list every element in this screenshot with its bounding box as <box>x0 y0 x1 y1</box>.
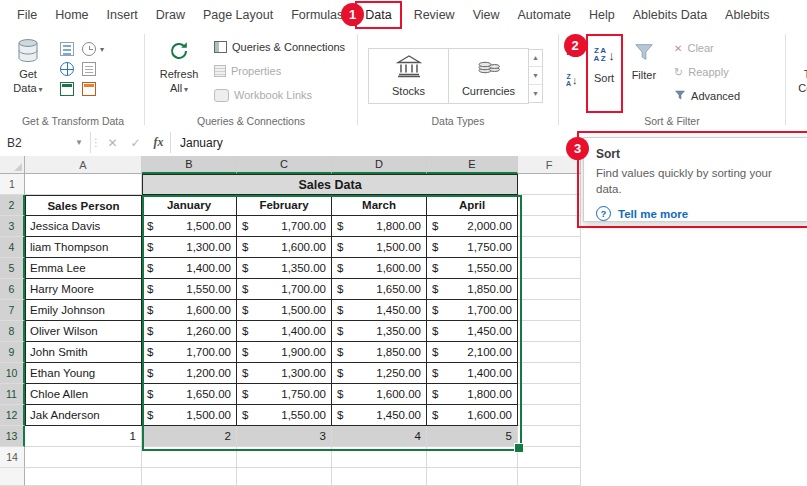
get-data-button[interactable]: Get Data▾ <box>6 33 50 98</box>
cell-F1[interactable] <box>518 174 581 195</box>
cell-A11[interactable]: Chloe Allen <box>25 384 142 405</box>
cell-F3[interactable] <box>518 216 581 237</box>
cell-E14[interactable] <box>427 447 518 468</box>
gallery-up-icon[interactable]: ▲ <box>529 50 542 67</box>
cell-F5[interactable] <box>518 258 581 279</box>
cell-E3[interactable]: $2,000.00 <box>427 216 518 237</box>
cell-B7[interactable]: $1,600.00 <box>142 300 237 321</box>
tab-ablebits-tools[interactable]: Ablebits <box>716 0 778 30</box>
cell-E8[interactable]: $1,450.00 <box>427 321 518 342</box>
cell-F8[interactable] <box>518 321 581 342</box>
row-header-7[interactable]: 7 <box>0 300 25 321</box>
tab-ablebits-data[interactable]: Ablebits Data <box>624 0 716 30</box>
insert-function-icon[interactable]: fx <box>147 129 170 156</box>
cell-C14[interactable] <box>237 447 332 468</box>
name-box[interactable]: B2 ▼ <box>0 129 90 156</box>
from-text-csv-button[interactable] <box>60 42 74 56</box>
cell-C12[interactable]: $1,550.00 <box>237 405 332 426</box>
cell-D3[interactable]: $1,800.00 <box>332 216 427 237</box>
cell-A4[interactable]: liam Thompson <box>25 237 142 258</box>
cell-B8[interactable]: $1,260.00 <box>142 321 237 342</box>
cell-D9[interactable]: $1,850.00 <box>332 342 427 363</box>
cell-A9[interactable]: John Smith <box>25 342 142 363</box>
cell-E15[interactable] <box>427 468 518 486</box>
tab-home[interactable]: Home <box>46 0 97 30</box>
workbook-links-button[interactable]: Workbook Links <box>209 83 350 107</box>
tell-me-more-link[interactable]: ? Tell me more <box>596 206 798 221</box>
cell-D13[interactable]: 4 <box>332 426 427 447</box>
table-title[interactable]: Sales Data <box>142 174 518 195</box>
from-table-range-button[interactable] <box>60 82 74 96</box>
cell-C8[interactable]: $1,400.00 <box>237 321 332 342</box>
cell-C2[interactable]: February <box>237 195 332 216</box>
cell-C4[interactable]: $1,600.00 <box>237 237 332 258</box>
row-header-3[interactable]: 3 <box>0 216 25 237</box>
row-header-6[interactable]: 6 <box>0 279 25 300</box>
currencies-data-type[interactable]: Currencies <box>448 48 529 104</box>
cell-C10[interactable]: $1,300.00 <box>237 363 332 384</box>
filter-button[interactable]: Filter <box>628 34 660 84</box>
cell-E6[interactable]: $1,850.00 <box>427 279 518 300</box>
cell-E7[interactable]: $1,700.00 <box>427 300 518 321</box>
cell-F10[interactable] <box>518 363 581 384</box>
gallery-down-icon[interactable]: ▼ <box>529 66 542 84</box>
cell-B2[interactable]: January <box>142 195 237 216</box>
row-header-2[interactable]: 2 <box>0 195 25 216</box>
cell-E4[interactable]: $1,750.00 <box>427 237 518 258</box>
column-header-B[interactable]: B <box>142 156 237 174</box>
tab-review[interactable]: Review <box>405 0 464 30</box>
cell-B14[interactable] <box>142 447 237 468</box>
column-header-D[interactable]: D <box>332 156 427 174</box>
row-header-14[interactable]: 14 <box>0 447 25 468</box>
tab-page-layout[interactable]: Page Layout <box>194 0 282 30</box>
cell-B4[interactable]: $1,300.00 <box>142 237 237 258</box>
cell-B9[interactable]: $1,700.00 <box>142 342 237 363</box>
text-to-columns-button[interactable]: Text to Columns <box>790 33 807 98</box>
cell-C11[interactable]: $1,750.00 <box>237 384 332 405</box>
cell-B13[interactable]: 2 <box>142 426 237 447</box>
row-header-9[interactable]: 9 <box>0 342 25 363</box>
row-header-10[interactable]: 10 <box>0 363 25 384</box>
data-source-settings-button[interactable] <box>82 82 104 96</box>
cell-E11[interactable]: $1,800.00 <box>427 384 518 405</box>
cell-D12[interactable]: $1,450.00 <box>332 405 427 426</box>
select-all-corner[interactable] <box>0 156 25 174</box>
cell-C15[interactable] <box>237 468 332 486</box>
cell-D10[interactable]: $1,250.00 <box>332 363 427 384</box>
cell-F6[interactable] <box>518 279 581 300</box>
cell-F14[interactable] <box>518 447 581 468</box>
row-header-partial[interactable] <box>0 468 25 486</box>
cancel-icon[interactable]: ✕ <box>101 129 124 156</box>
cell-F11[interactable] <box>518 384 581 405</box>
column-header-E[interactable]: E <box>427 156 518 174</box>
cell-A8[interactable]: Oliver Wilson <box>25 321 142 342</box>
column-header-C[interactable]: C <box>237 156 332 174</box>
formula-bar-splitter[interactable]: ⋮ <box>91 129 101 156</box>
cell-D4[interactable]: $1,500.00 <box>332 237 427 258</box>
cell-C6[interactable]: $1,700.00 <box>237 279 332 300</box>
cell-F13[interactable] <box>518 426 581 447</box>
cell-A10[interactable]: Ethan Young <box>25 363 142 384</box>
cell-F4[interactable] <box>518 237 581 258</box>
cell-D7[interactable]: $1,450.00 <box>332 300 427 321</box>
data-types-gallery-scrollbar[interactable]: ▲ ▼ ▼ <box>528 49 543 103</box>
from-web-button[interactable] <box>60 62 74 76</box>
row-header-13[interactable]: 13 <box>0 426 25 447</box>
cell-D14[interactable] <box>332 447 427 468</box>
row-header-5[interactable]: 5 <box>0 258 25 279</box>
cell-D11[interactable]: $1,600.00 <box>332 384 427 405</box>
cell-E9[interactable]: $2,100.00 <box>427 342 518 363</box>
cell-C5[interactable]: $1,350.00 <box>237 258 332 279</box>
cell-E10[interactable]: $1,400.00 <box>427 363 518 384</box>
row-header-11[interactable]: 11 <box>0 384 25 405</box>
existing-connections-button[interactable] <box>82 62 104 76</box>
tab-insert[interactable]: Insert <box>98 0 147 30</box>
row-header-12[interactable]: 12 <box>0 405 25 426</box>
cell-B5[interactable]: $1,400.00 <box>142 258 237 279</box>
cell-E5[interactable]: $1,550.00 <box>427 258 518 279</box>
cell-D15[interactable] <box>332 468 427 486</box>
row-header-8[interactable]: 8 <box>0 321 25 342</box>
cell-A13[interactable]: 1 <box>25 426 142 447</box>
cell-B15[interactable] <box>142 468 237 486</box>
reapply-button[interactable]: ↻ Reapply <box>669 60 745 84</box>
